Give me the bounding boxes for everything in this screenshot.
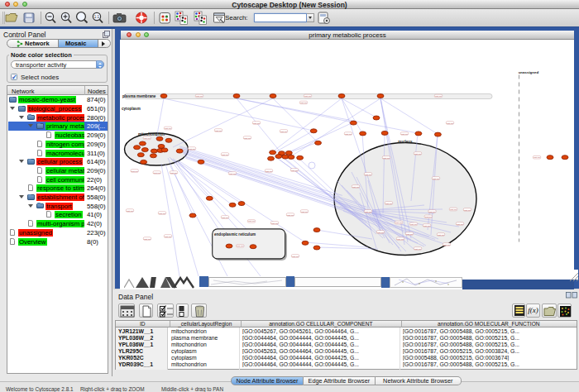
svg-text:[not rel]: [not rel] <box>464 208 471 211</box>
svg-text:mitochondrion: mitochondrion <box>138 131 165 136</box>
svg-text:[not rel]: [not rel] <box>165 235 171 237</box>
svg-text:[not rel]: [not rel] <box>429 210 436 213</box>
svg-text:[not rel]: [not rel] <box>438 233 444 236</box>
svg-text:unassigned: unassigned <box>519 69 539 74</box>
svg-text:[not rel]: [not rel] <box>406 232 413 235</box>
svg-text:[not rel]: [not rel] <box>433 177 439 179</box>
svg-text:[not rel]: [not rel] <box>352 185 359 188</box>
svg-text:[not rel]: [not rel] <box>534 156 540 159</box>
svg-text:[not rel]: [not rel] <box>401 132 408 135</box>
svg-text:[not rel]: [not rel] <box>222 216 228 218</box>
svg-text:[not rel]: [not rel] <box>271 222 278 224</box>
svg-text:[not rel]: [not rel] <box>423 224 430 227</box>
svg-text:[not rel]: [not rel] <box>304 95 311 98</box>
svg-text:[not rel]: [not rel] <box>425 215 432 218</box>
svg-text:[not rel]: [not rel] <box>300 102 307 104</box>
svg-text:[not rel]: [not rel] <box>248 220 255 222</box>
svg-text:[not rel]: [not rel] <box>365 210 371 213</box>
svg-text:[not rel]: [not rel] <box>291 169 298 171</box>
svg-text:[not rel]: [not rel] <box>229 172 236 174</box>
svg-text:[not rel]: [not rel] <box>365 173 371 175</box>
svg-text:[not rel]: [not rel] <box>244 136 251 139</box>
svg-text:[not rel]: [not rel] <box>127 209 133 212</box>
svg-text:[not rel]: [not rel] <box>447 122 453 124</box>
svg-text:[not rel]: [not rel] <box>301 210 308 213</box>
svg-text:[not rel]: [not rel] <box>385 202 392 204</box>
svg-text:cytoplasm: cytoplasm <box>122 107 141 111</box>
svg-text:[not rel]: [not rel] <box>144 237 151 240</box>
svg-text:[not rel]: [not rel] <box>154 171 160 174</box>
svg-text:[not rel]: [not rel] <box>144 136 151 139</box>
svg-text:[not rel]: [not rel] <box>435 95 442 98</box>
svg-text:endoplasmic reticulum: endoplasmic reticulum <box>214 232 256 236</box>
svg-text:[not rel]: [not rel] <box>196 95 203 98</box>
svg-text:[not rel]: [not rel] <box>189 147 195 150</box>
svg-text:[not rel]: [not rel] <box>237 245 243 247</box>
svg-text:[not rel]: [not rel] <box>280 130 287 132</box>
svg-text:[not rel]: [not rel] <box>222 153 228 155</box>
svg-text:[not rel]: [not rel] <box>287 213 294 216</box>
svg-text:1:1: 1:1 <box>94 15 100 19</box>
svg-text:[not rel]: [not rel] <box>165 127 171 130</box>
svg-text:[not rel]: [not rel] <box>170 171 177 174</box>
svg-text:[not rel]: [not rel] <box>132 170 138 172</box>
svg-text:[not rel]: [not rel] <box>395 222 402 224</box>
svg-text:[not rel]: [not rel] <box>450 208 457 211</box>
svg-text:[not rel]: [not rel] <box>377 231 384 233</box>
svg-text:plasma membrane: plasma membrane <box>122 94 156 98</box>
svg-text:[not rel]: [not rel] <box>457 222 463 225</box>
svg-text:[not rel]: [not rel] <box>345 132 352 135</box>
svg-text:[not rel]: [not rel] <box>215 129 222 131</box>
svg-text:[not rel]: [not rel] <box>410 222 417 225</box>
svg-text:[not rel]: [not rel] <box>397 237 404 240</box>
svg-text:[not rel]: [not rel] <box>443 243 450 246</box>
svg-text:[not rel]: [not rel] <box>253 122 260 124</box>
svg-text:[not rel]: [not rel] <box>159 212 165 214</box>
svg-text:[not rel]: [not rel] <box>292 255 299 257</box>
svg-text:[not rel]: [not rel] <box>414 247 421 250</box>
svg-text:[not rel]: [not rel] <box>266 170 272 172</box>
svg-text:[not rel]: [not rel] <box>414 152 421 155</box>
svg-text:nucleus: nucleus <box>398 140 413 144</box>
svg-text:[not rel]: [not rel] <box>383 156 390 159</box>
